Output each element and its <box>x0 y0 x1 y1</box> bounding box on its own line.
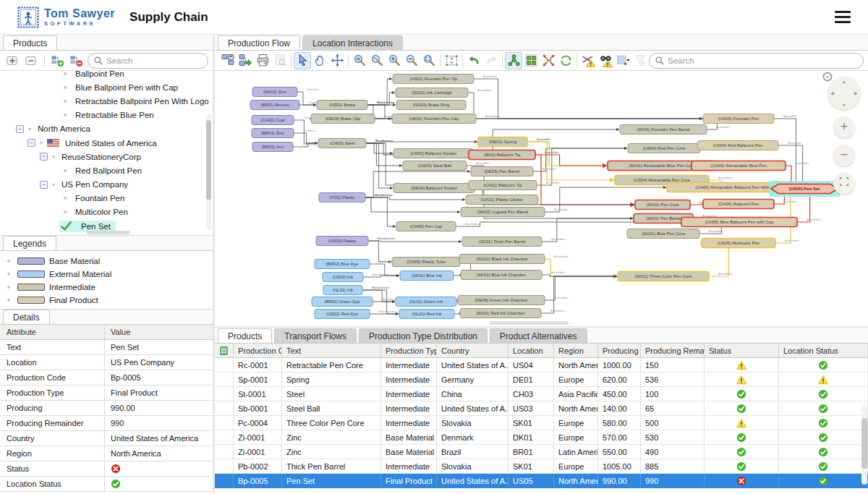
graph-node[interactable]: (SG01) Blue Pen Core <box>627 229 699 239</box>
graph-node[interactable]: (US04) Red Ballpoint Pen <box>697 141 778 150</box>
zoom-in-button[interactable]: + <box>833 116 855 138</box>
graph-hscrollbar[interactable] <box>489 321 569 325</box>
collapse-toggle[interactable]: − <box>40 181 48 189</box>
graph-node[interactable]: (BR02) Blue Dye <box>315 260 370 269</box>
tree-scrollbar[interactable] <box>206 114 211 230</box>
tree-remove-button[interactable] <box>69 53 85 69</box>
print-preview-button[interactable] <box>271 52 289 69</box>
pan-center-icon[interactable] <box>823 72 833 82</box>
graph-node[interactable]: (US02) Ink <box>323 273 363 282</box>
graph-node[interactable]: (DE04) Brass Clip <box>311 114 375 124</box>
graph-node[interactable]: (BR01) Zinc <box>252 129 294 138</box>
pan-right-icon[interactable]: ▶ <box>854 90 858 96</box>
tree-item-ballpoint-pen[interactable]: Ballpoint Pen <box>0 71 213 80</box>
export-graph-button[interactable] <box>237 52 254 69</box>
layout-grid-button[interactable] <box>522 52 540 69</box>
details-row[interactable]: CountryUnited States of America <box>0 431 213 446</box>
layout-circular-button[interactable] <box>505 52 522 69</box>
graph-node[interactable]: (IE01) Ballpoint Tip <box>469 150 535 160</box>
expand-all-button[interactable] <box>4 53 20 69</box>
tree-add-button[interactable] <box>50 53 66 69</box>
production-flow-graph[interactable]: TransfersTransfersTransfersTransfersTran… <box>215 71 864 326</box>
tab-location-interactions[interactable]: Location Interactions <box>302 35 403 50</box>
tab-legends-panel[interactable]: Legends <box>3 236 56 250</box>
graph-node[interactable]: (SK01) Blue Ink <box>400 271 454 281</box>
graph-node[interactable]: (CH06) Blue Ballpoint Pen with Cap <box>681 218 797 227</box>
graph-node[interactable]: (IT01) Plastic <box>319 193 365 203</box>
tab-details-panel[interactable]: Details <box>3 310 50 324</box>
graph-node[interactable]: (DE01) Spring <box>478 137 527 147</box>
details-row[interactable]: Producing990.00 <box>0 401 213 416</box>
redo-button[interactable] <box>482 52 500 69</box>
move-button[interactable] <box>328 52 346 69</box>
tree-item-reusestationerycorp[interactable]: −▾ReuseStationeryCorp <box>0 150 213 163</box>
collapse-toggle[interactable]: − <box>27 139 35 147</box>
export-table-icon[interactable] <box>219 346 229 356</box>
legend-item[interactable]: External Material <box>7 268 213 281</box>
select-menu-button[interactable] <box>614 52 631 69</box>
pan-up-icon[interactable]: ▲ <box>842 79 846 84</box>
table-row-bp-0005[interactable]: Bp-0005Pen SetFinal ProductUnited States… <box>215 474 868 488</box>
graph-node[interactable]: (BR01) Bronze <box>250 101 299 110</box>
menu-icon[interactable] <box>832 6 854 29</box>
zoom-out-button[interactable] <box>403 52 420 69</box>
collapse-toggle[interactable]: − <box>40 153 48 161</box>
tree-item-retractable-ballpoint-pen-with-logo[interactable]: Retractable Ballpoint Pen With Logo <box>0 94 213 108</box>
graph-node[interactable]: (CH06) Retractable Blue Pen <box>692 161 786 171</box>
crossing-warning-button[interactable] <box>579 52 597 69</box>
table-row-rc-0001[interactable]: Rc-0001Retractable Pen CoreIntermediateU… <box>215 358 868 372</box>
graph-node[interactable]: (UK01) Plastic Clicker <box>466 195 538 205</box>
details-row[interactable]: TextPen Set <box>0 340 213 355</box>
tree-item-united-states-of-america[interactable]: −▾United States of America <box>0 136 213 150</box>
tree-item-red-ballpoint-pen[interactable]: Red Ballpoint Pen <box>0 163 213 177</box>
table-col-icon[interactable] <box>215 344 234 357</box>
legend-item[interactable]: Intermediate <box>7 281 213 294</box>
table-row-pc-0004[interactable]: Pc-0004Three Color Pen CoreIntermediateS… <box>215 416 868 430</box>
table-row-sb-0001[interactable]: Sb-0001Steel BallIntermediateUnited Stat… <box>215 401 868 416</box>
tree-item-blue-ballpoint-pen-with-cap[interactable]: Blue Ballpoint Pen with Cap <box>0 80 213 94</box>
zoom-marquee-button[interactable] <box>351 52 368 69</box>
tree-item-north-america[interactable]: −▾North America <box>0 122 213 136</box>
graph-node[interactable]: (US02) Red Dye <box>315 310 370 319</box>
details-row[interactable]: Producing Remainder990 <box>0 416 213 431</box>
legend-item[interactable]: Final Product <box>7 294 213 307</box>
tab-products-panel[interactable]: Products <box>3 35 57 50</box>
tab-production-flow[interactable]: Production Flow <box>218 35 300 50</box>
graph-node[interactable]: (SK01) Pen Core <box>635 200 690 210</box>
load-graph-button[interactable] <box>219 52 237 69</box>
graph-node[interactable]: (SK01) Fountain Pen Barrel <box>620 125 707 135</box>
details-row[interactable]: Location Status <box>0 477 213 492</box>
tree-item-fountain-pen[interactable]: Fountain Pen <box>0 192 213 205</box>
graph-node[interactable]: (DK01) Zinc <box>252 88 297 97</box>
graph-node[interactable]: (SK01) Blue Ink Chamber <box>461 271 542 280</box>
details-row[interactable]: Production CodeBp-0005 <box>0 370 213 386</box>
graph-node[interactable]: (US04) Red Pen Core <box>628 144 700 153</box>
graph-node[interactable]: (US02) Plastic <box>316 237 368 246</box>
undo-button[interactable] <box>465 52 482 69</box>
collapse-all-button[interactable] <box>23 53 39 69</box>
graph-node[interactable]: (DE05) Pen Barrel <box>471 167 533 176</box>
zoom-window-button[interactable] <box>368 52 386 69</box>
tab-bottom-production-type-distribution[interactable]: Production Type Distribution <box>359 328 488 343</box>
graph-node[interactable]: (CH02) Coal <box>252 116 294 125</box>
pointer-button[interactable] <box>294 52 311 69</box>
graph-node[interactable]: (CH06) Pen Cap <box>396 222 456 231</box>
details-row[interactable]: RegionNorth America <box>0 446 213 461</box>
graph-node[interactable]: (SG01) Black Ink Chamber <box>459 255 545 264</box>
table-scrollbar[interactable] <box>861 405 867 485</box>
graph-node[interactable]: (SK01) Three Color Pen Core <box>618 272 709 281</box>
graph-node[interactable]: (US05) Fountain Pen <box>703 114 774 124</box>
pan-dial[interactable]: ▲ ▼ ◀ ▶ <box>827 77 861 110</box>
graph-node[interactable]: (CH06) Ballpoint Pen <box>703 200 774 209</box>
tree-item-retractable-blue-pen[interactable]: Retractable Blue Pen <box>0 108 213 122</box>
zoom-fit-button[interactable] <box>420 52 438 69</box>
graph-node[interactable]: (BR02) Green Dye <box>312 297 373 307</box>
pan-down-icon[interactable]: ▼ <box>842 103 846 108</box>
graph-node[interactable]: (NZ01) Brass <box>317 101 367 110</box>
expand-layout-button[interactable] <box>540 52 557 69</box>
tab-bottom-transport-flows[interactable]: Transport Flows <box>274 328 357 343</box>
graph-node[interactable]: (SG01) Ink Cartridge <box>396 88 468 98</box>
zoom-out-button[interactable]: − <box>833 145 855 166</box>
graph-node[interactable]: (CH03) Steel <box>318 139 366 148</box>
graph-node[interactable]: (US01) Fountain Pen Tip <box>393 74 474 84</box>
